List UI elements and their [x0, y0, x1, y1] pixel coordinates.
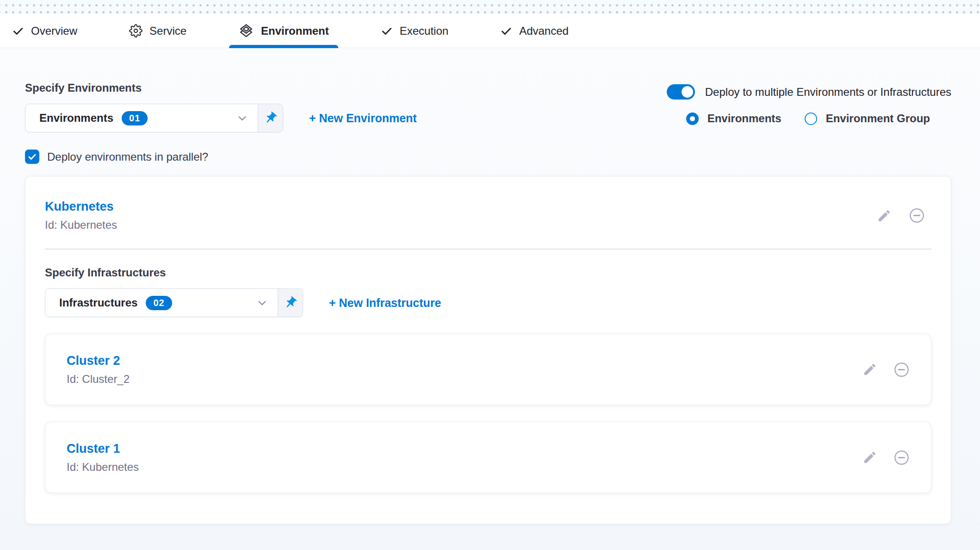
tab-label: Advanced	[519, 25, 569, 38]
pin-icon[interactable]	[258, 104, 283, 132]
infrastructure-info: Cluster 1 Id: Kubernetes	[67, 442, 139, 474]
chevron-down-icon	[236, 112, 248, 125]
check-icon	[12, 25, 24, 37]
tab-label: Service	[149, 25, 186, 38]
environment-entity-info: Kubernetes Id: Kubernetes	[45, 200, 117, 231]
remove-icon[interactable]	[893, 449, 910, 466]
infrastructures-dropdown-main[interactable]: Infrastructures 02	[45, 289, 278, 317]
remove-icon[interactable]	[908, 207, 925, 224]
infrastructure-actions	[862, 449, 916, 466]
environments-dropdown[interactable]: Environments 01	[25, 104, 283, 132]
deploy-parallel-label: Deploy environments in parallel?	[47, 150, 208, 163]
environment-tab-content: Specify Environments Environments 01 + N…	[0, 48, 980, 550]
infrastructure-id: Id: Cluster_2	[67, 373, 130, 386]
environment-icon	[238, 23, 254, 39]
pipeline-canvas-dotted-strip	[0, 0, 980, 14]
radio-unselected-icon	[805, 112, 817, 125]
edit-icon[interactable]	[877, 208, 892, 223]
new-infrastructure-link[interactable]: + New Infrastructure	[329, 296, 441, 310]
infrastructure-info: Cluster 2 Id: Cluster_2	[67, 354, 130, 386]
radio-environments[interactable]: Environments	[686, 112, 782, 125]
environment-type-radio-group: Environments Environment Group	[686, 112, 930, 125]
infrastructures-dropdown[interactable]: Infrastructures 02	[45, 288, 303, 317]
infrastructure-card: Cluster 2 Id: Cluster_2	[45, 334, 931, 405]
edit-icon[interactable]	[862, 362, 877, 377]
tab-execution[interactable]: Execution	[372, 14, 458, 48]
environment-card: Kubernetes Id: Kubernetes Specify Infras…	[25, 176, 951, 524]
tab-advanced[interactable]: Advanced	[491, 14, 578, 48]
environment-entity-row: Kubernetes Id: Kubernetes	[45, 200, 931, 231]
tab-label: Environment	[261, 25, 329, 38]
pin-icon[interactable]	[278, 289, 303, 317]
environment-name-link[interactable]: Kubernetes	[45, 200, 117, 214]
tab-label: Overview	[31, 25, 77, 38]
tab-environment[interactable]: Environment	[229, 14, 338, 48]
deploy-multiple-toggle-label: Deploy to multiple Environments or Infra…	[705, 86, 951, 99]
deploy-options-column: Deploy to multiple Environments or Infra…	[667, 84, 951, 125]
radio-selected-icon	[686, 112, 699, 125]
check-icon	[381, 25, 393, 37]
radio-environment-group[interactable]: Environment Group	[805, 112, 930, 125]
deploy-multiple-toggle-row: Deploy to multiple Environments or Infra…	[667, 84, 951, 100]
deploy-multiple-toggle[interactable]	[667, 84, 695, 100]
specify-infrastructures-heading: Specify Infrastructures	[45, 266, 931, 279]
environments-dropdown-main[interactable]: Environments 01	[25, 104, 258, 132]
stage-tabbar: Overview Service Environment Execution A…	[0, 14, 980, 48]
infrastructure-card: Cluster 1 Id: Kubernetes	[45, 422, 931, 493]
environment-id: Id: Kubernetes	[45, 219, 117, 231]
deploy-parallel-row: Deploy environments in parallel?	[25, 150, 951, 164]
stage-config-page: Overview Service Environment Execution A…	[0, 0, 980, 550]
environments-header-section: Specify Environments Environments 01 + N…	[25, 81, 951, 132]
infrastructures-count-badge: 02	[146, 296, 172, 310]
new-environment-link[interactable]: + New Environment	[309, 112, 417, 125]
infrastructures-dropdown-row: Infrastructures 02 + New Infrastructure	[45, 288, 931, 317]
toggle-knob	[682, 86, 693, 98]
infrastructure-id: Id: Kubernetes	[67, 461, 139, 474]
environments-count-badge: 01	[122, 111, 148, 125]
remove-icon[interactable]	[893, 361, 910, 378]
infrastructures-dropdown-label: Infrastructures	[59, 296, 137, 309]
section-divider	[45, 249, 931, 250]
tab-label: Execution	[400, 25, 448, 38]
edit-icon[interactable]	[862, 450, 877, 465]
tab-overview[interactable]: Overview	[3, 14, 87, 48]
infrastructure-name-link[interactable]: Cluster 2	[67, 354, 130, 368]
tab-service[interactable]: Service	[120, 14, 196, 48]
deploy-parallel-checkbox[interactable]	[25, 150, 39, 164]
environment-actions	[877, 207, 931, 224]
chevron-down-icon	[256, 297, 268, 309]
infrastructure-actions	[862, 361, 916, 378]
check-icon	[500, 25, 512, 37]
gear-icon	[129, 24, 143, 38]
environments-dropdown-label: Environments	[39, 112, 113, 125]
infrastructure-name-link[interactable]: Cluster 1	[67, 442, 139, 456]
